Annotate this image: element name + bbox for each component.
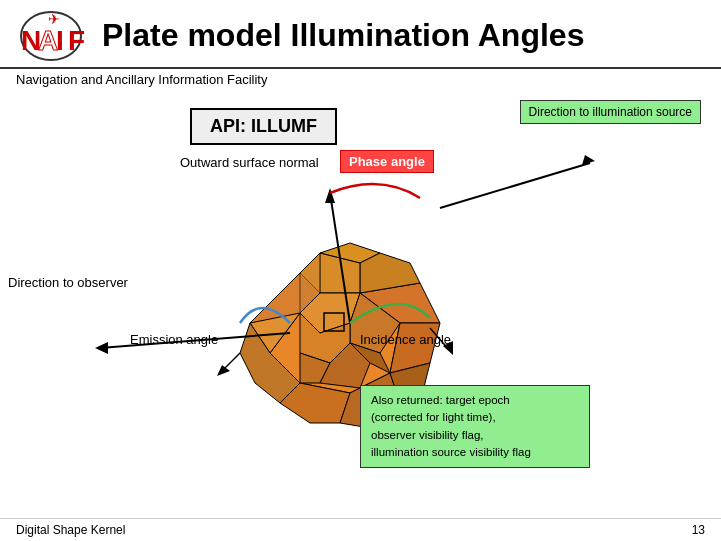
incidence-angle-label: Incidence angle — [360, 332, 451, 347]
svg-marker-27 — [325, 188, 335, 203]
header: N A I F ✈ Plate model Illumination Angle… — [0, 0, 721, 69]
footer-right: 13 — [692, 523, 705, 537]
svg-marker-29 — [95, 342, 108, 354]
svg-text:F: F — [68, 25, 85, 56]
footer: Digital Shape Kernel 13 — [0, 518, 721, 541]
api-label: API: ILLUMF — [190, 108, 337, 145]
svg-text:✈: ✈ — [48, 11, 60, 27]
subtitle: Navigation and Ancillary Information Fac… — [0, 69, 721, 90]
svg-text:I: I — [56, 25, 64, 56]
naif-logo: N A I F ✈ — [16, 8, 86, 63]
also-returned-box: Also returned: target epoch (corrected f… — [360, 385, 590, 468]
page-title: Plate model Illumination Angles — [102, 17, 584, 54]
phase-angle-label: Phase angle — [340, 150, 434, 173]
also-returned-text: Also returned: target epoch (corrected f… — [371, 394, 531, 458]
svg-marker-33 — [217, 365, 230, 376]
footer-left: Digital Shape Kernel — [16, 523, 125, 537]
direction-observer-label: Direction to observer — [8, 275, 128, 290]
dir-illumination-label: Direction to illumination source — [520, 100, 701, 124]
svg-line-30 — [440, 163, 590, 208]
emission-angle-label: Emission angle — [130, 332, 218, 347]
main-content: API: ILLUMF Direction to illumination so… — [0, 90, 721, 516]
outward-surface-normal-label: Outward surface normal — [180, 155, 319, 170]
